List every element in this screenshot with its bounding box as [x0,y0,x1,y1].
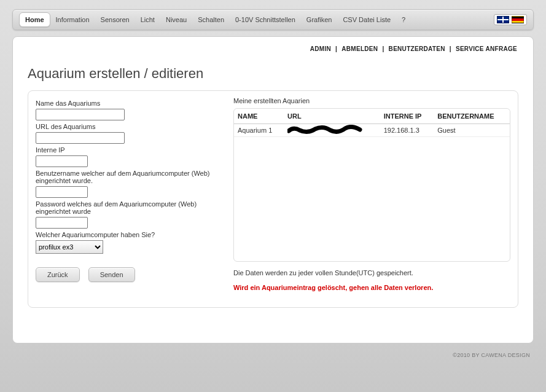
computer-select[interactable]: profilux ex3 [36,240,103,254]
pass-input[interactable] [36,217,88,229]
nav-tab-csv-datei-liste[interactable]: CSV Datei Liste [337,13,396,26]
computer-label: Welcher Aquariumcomputer haben Sie? [36,231,220,238]
send-button[interactable]: Senden [88,267,135,282]
table-row[interactable]: Aquarium 1192.168.1.3Guest [234,124,510,137]
col-interne-ip: INTERNE IP [380,109,434,124]
list-title: Meine erstellten Aquarien [233,97,510,104]
col-name: NAME [234,109,284,124]
top-nav-bar: HomeInformationSensorenLichtNiveauSchalt… [12,9,534,30]
name-input[interactable] [36,109,125,120]
pass-label: Password welches auf dem Aquariumcompute… [36,200,220,215]
admin-link-abmelden[interactable]: ABMELDEN [340,45,379,52]
user-label: Benutzername welcher auf dem Aquariumcom… [36,170,220,184]
content-box: Name das Aquariums URL des Aquariums Int… [28,90,518,308]
cell-url-redacted [284,124,380,137]
cell: Guest [434,124,510,137]
nav-tab-0-10v-schnittstellen[interactable]: 0-10V Schnittstellen [230,13,301,26]
nav-tab-sensoren[interactable]: Sensoren [95,13,135,26]
admin-links: ADMIN | ABMELDEN | BENUTZERDATEN | SERVI… [28,45,518,52]
form-column: Name das Aquariums URL des Aquariums Int… [36,97,220,291]
ip-input[interactable] [36,155,88,167]
page-title: Aquarium erstellen / editieren [28,66,518,82]
nav-tab-niveau[interactable]: Niveau [160,13,192,26]
aquarium-table: NAMEURLINTERNE IPBENUTZERNAME Aquarium 1… [234,109,510,137]
nav-tab-licht[interactable]: Licht [135,13,160,26]
info-message: Die Daten werden zu jeder vollen Stunde(… [233,269,510,276]
footer-text: ©2010 BY CAWENA DESIGN [0,350,546,358]
url-input[interactable] [36,132,125,144]
language-switch [494,14,527,25]
ip-label: Interne IP [36,146,220,154]
cell: Aquarium 1 [234,124,284,137]
list-column: Meine erstellten Aquarien NAMEURLINTERNE… [233,97,510,291]
name-label: Name das Aquariums [36,100,220,107]
col-url: URL [284,109,380,124]
nav-tab--[interactable]: ? [396,13,411,26]
nav-tab-schalten[interactable]: Schalten [192,13,230,26]
nav-tab-information[interactable]: Information [50,13,95,26]
col-benutzername: BENUTZERNAME [434,109,510,124]
admin-link-benutzerdaten[interactable]: BENUTZERDATEN [388,45,447,52]
nav-tab-grafiken[interactable]: Grafiken [301,13,338,26]
warning-message: Wird ein Aquariumeintrag gelöscht, gehen… [233,284,510,291]
main-panel: ADMIN | ABMELDEN | BENUTZERDATEN | SERVI… [12,36,534,343]
back-button[interactable]: Zurück [36,267,80,282]
user-input[interactable] [36,186,88,198]
url-label: URL des Aquariums [36,123,220,130]
admin-link-service-anfrage[interactable]: SERVICE ANFRAGE [454,45,518,52]
admin-link-admin[interactable]: ADMIN [309,45,332,52]
flag-de-icon[interactable] [512,16,524,23]
nav-tab-home[interactable]: Home [19,12,50,27]
cell: 192.168.1.3 [380,124,434,137]
flag-uk-icon[interactable] [497,16,509,23]
